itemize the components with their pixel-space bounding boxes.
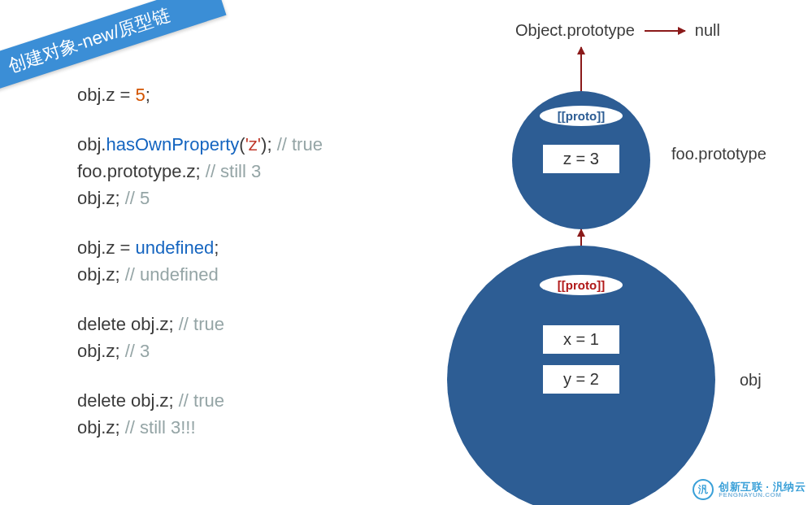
code-line: obj.hasOwnProperty('z'); // true bbox=[77, 131, 386, 158]
arrow-up-icon bbox=[580, 47, 582, 91]
label-obj: obj bbox=[740, 371, 762, 390]
prototype-chain-diagram: Object.prototype null [[proto]] z = 3 fo… bbox=[439, 16, 797, 504]
watermark: 汎 创新互联 · 汎纳云 FENGNAYUN.COM bbox=[693, 479, 805, 500]
label-null: null bbox=[695, 21, 720, 40]
code-block: obj.z = 5; obj.hasOwnProperty('z'); // t… bbox=[77, 81, 386, 441]
code-line: delete obj.z; // true bbox=[77, 311, 386, 337]
diagram-top-row: Object.prototype null bbox=[439, 21, 797, 40]
foo-prototype-object: [[proto]] z = 3 bbox=[512, 91, 650, 229]
code-line: obj.z; // 5 bbox=[77, 185, 386, 211]
property-box: x = 1 bbox=[542, 324, 620, 355]
label-object-prototype: Object.prototype bbox=[515, 21, 635, 40]
arrow-right-icon bbox=[645, 30, 685, 32]
code-line: obj.z; // 3 bbox=[77, 337, 386, 364]
code-line: obj.z = 5; bbox=[77, 81, 386, 108]
label-foo-prototype: foo.prototype bbox=[671, 145, 766, 163]
property-box: y = 2 bbox=[542, 364, 620, 394]
proto-slot: [[proto]] bbox=[540, 275, 623, 295]
code-line: foo.prototype.z; // still 3 bbox=[77, 158, 386, 185]
code-line: obj.z; // still 3!!! bbox=[77, 414, 386, 441]
code-line: delete obj.z; // true bbox=[77, 387, 386, 414]
proto-slot: [[proto]] bbox=[540, 106, 623, 126]
property-box: z = 3 bbox=[542, 144, 620, 174]
code-line: obj.z = undefined; bbox=[77, 234, 386, 261]
obj-object: [[proto]] x = 1 y = 2 bbox=[447, 246, 715, 505]
code-line: obj.z; // undefined bbox=[77, 261, 386, 288]
watermark-icon: 汎 bbox=[693, 479, 714, 500]
